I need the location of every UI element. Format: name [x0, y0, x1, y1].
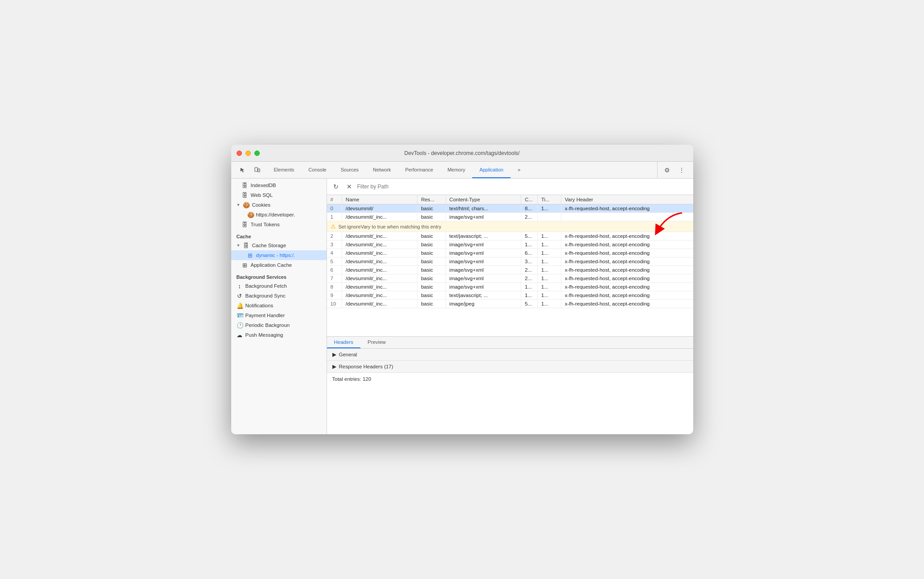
- table-row[interactable]: 8/devsummit/_inc...basicimage/svg+xml1..…: [327, 283, 693, 291]
- refresh-button[interactable]: ↻: [331, 181, 341, 192]
- table-row[interactable]: 0/devsummit/basictext/html; chars...8...…: [327, 204, 693, 213]
- entries-table: # Name Res... Content-Type C... Ti... Va…: [327, 195, 693, 308]
- table-cell: basic: [417, 232, 446, 241]
- table-cell: 0: [327, 204, 342, 213]
- table-cell: 9: [327, 291, 342, 300]
- tab-console[interactable]: Console: [301, 162, 333, 178]
- minimize-button[interactable]: [245, 151, 251, 156]
- table-row[interactable]: 9/devsummit/_inc...basictext/javascript;…: [327, 291, 693, 300]
- clear-button[interactable]: ✕: [344, 181, 355, 192]
- cache-icon: 🗄: [243, 242, 249, 249]
- sidebar-item-label: Application Cache: [251, 262, 292, 268]
- table-cell: 1...: [521, 283, 537, 291]
- sidebar-item-websql[interactable]: 🗄 Web SQL: [231, 190, 327, 200]
- main-tabs: Elements Console Sources Network Perform…: [267, 162, 657, 178]
- sidebar-item-cookies[interactable]: ▼ 🍪 Cookies: [231, 200, 327, 210]
- tab-application[interactable]: Application: [472, 162, 511, 178]
- table-row[interactable]: 3/devsummit/_inc...basicimage/svg+xml1..…: [327, 241, 693, 249]
- cookies-icon: 🍪: [247, 212, 253, 218]
- response-headers-section[interactable]: ▶ Response Headers (17): [327, 361, 693, 373]
- cursor-icon[interactable]: [237, 164, 249, 176]
- table-cell: 6: [327, 266, 342, 274]
- table-cell: image/svg+xml: [446, 249, 521, 257]
- table-row[interactable]: 5/devsummit/_inc...basicimage/svg+xml3..…: [327, 257, 693, 266]
- sidebar-item-cache-storage[interactable]: ▼ 🗄 Cache Storage: [231, 241, 327, 250]
- table-cell: basic: [417, 257, 446, 266]
- table-cell: /devsummit/_inc...: [342, 232, 417, 241]
- sidebar-item-bg-sync[interactable]: ↺ Background Sync: [231, 291, 327, 301]
- tooltip-text: Set ignoreVary to true when matching thi…: [339, 224, 442, 229]
- main-content: 🗄 IndexedDB 🗄 Web SQL ▼ 🍪 Cookies 🍪 http…: [231, 179, 693, 434]
- tab-memory[interactable]: Memory: [440, 162, 472, 178]
- sidebar-item-dynamic-cache[interactable]: ⊞ dynamic - https:/.: [231, 250, 327, 260]
- table-row[interactable]: 2/devsummit/_inc...basictext/javascript;…: [327, 232, 693, 241]
- table-cell: 1...: [521, 291, 537, 300]
- col-header-c[interactable]: C...: [521, 195, 537, 204]
- col-header-num[interactable]: #: [327, 195, 342, 204]
- sidebar-item-trust-tokens[interactable]: 🗄 Trust Tokens: [231, 220, 327, 229]
- svg-rect-1: [258, 169, 260, 172]
- cache-table: # Name Res... Content-Type C... Ti... Va…: [327, 195, 693, 336]
- col-header-ti[interactable]: Ti...: [537, 195, 561, 204]
- table-cell: /devsummit/: [342, 204, 417, 213]
- col-header-name[interactable]: Name: [342, 195, 417, 204]
- col-header-res[interactable]: Res...: [417, 195, 446, 204]
- table-cell: x-fh-requested-host, accept-encoding: [561, 300, 693, 308]
- table-cell: 1...: [537, 266, 561, 274]
- table-row[interactable]: 4/devsummit/_inc...basicimage/svg+xml6..…: [327, 249, 693, 257]
- table-cell: image/jpeg: [446, 300, 521, 308]
- table-cell: basic: [417, 213, 446, 221]
- database-icon: 🗄: [242, 182, 248, 189]
- expand-arrow-icon: ▶: [332, 351, 336, 358]
- sidebar-item-periodic-bg[interactable]: 🕐 Periodic Backgroun: [231, 320, 327, 330]
- close-button[interactable]: [237, 151, 242, 156]
- sidebar-item-label: Push Messaging: [245, 332, 283, 338]
- table-cell: [561, 213, 693, 221]
- database-icon: 🗄: [242, 192, 248, 199]
- sidebar-item-notifications[interactable]: 🔔 Notifications: [231, 301, 327, 310]
- table-cell: image/svg+xml: [446, 283, 521, 291]
- settings-icon[interactable]: ⚙: [661, 164, 674, 176]
- tab-performance[interactable]: Performance: [398, 162, 440, 178]
- sidebar-item-bg-fetch[interactable]: ↕ Background Fetch: [231, 281, 327, 291]
- table-cell: 1...: [537, 291, 561, 300]
- sidebar-item-label: Web SQL: [251, 192, 273, 198]
- more-options-icon[interactable]: ⋮: [675, 164, 688, 176]
- filter-bar: ↻ ✕: [327, 179, 693, 195]
- bottom-tab-preview[interactable]: Preview: [360, 337, 393, 348]
- table-cell: basic: [417, 274, 446, 283]
- table-row[interactable]: 7/devsummit/_inc...basicimage/svg+xml2..…: [327, 274, 693, 283]
- table-row[interactable]: 10/devsummit/_inc...basicimage/jpeg5...1…: [327, 300, 693, 308]
- table-cell: basic: [417, 283, 446, 291]
- sidebar-item-label: dynamic - https:/.: [256, 253, 295, 258]
- table-cell: x-fh-requested-host, accept-encoding: [561, 291, 693, 300]
- table-row[interactable]: 1/devsummit/_inc...basicimage/svg+xml2..…: [327, 213, 693, 221]
- sidebar-item-indexeddb[interactable]: 🗄 IndexedDB: [231, 180, 327, 190]
- sidebar-item-label: Cache Storage: [252, 243, 286, 248]
- payment-icon: 🪪: [237, 312, 243, 319]
- table-row[interactable]: 6/devsummit/_inc...basicimage/svg+xml2..…: [327, 266, 693, 274]
- tab-more[interactable]: »: [511, 162, 527, 178]
- tooltip-cell: ⚠ Set ignoreVary to true when matching t…: [327, 221, 693, 232]
- grid-icon: ⊞: [247, 252, 253, 259]
- tab-network[interactable]: Network: [366, 162, 398, 178]
- sidebar-item-push-messaging[interactable]: ☁ Push Messaging: [231, 330, 327, 340]
- table-cell: text/javascript; ...: [446, 232, 521, 241]
- sidebar-item-payment-handler[interactable]: 🪪 Payment Handler: [231, 310, 327, 320]
- sidebar-item-label: https://developer.: [256, 212, 295, 217]
- sidebar: 🗄 IndexedDB 🗄 Web SQL ▼ 🍪 Cookies 🍪 http…: [231, 179, 327, 434]
- tab-elements[interactable]: Elements: [267, 162, 302, 178]
- general-section[interactable]: ▶ General: [327, 349, 693, 361]
- cookies-icon: 🍪: [243, 202, 249, 208]
- tab-sources[interactable]: Sources: [334, 162, 366, 178]
- filter-input[interactable]: [357, 183, 690, 190]
- bottom-tab-headers[interactable]: Headers: [327, 337, 360, 348]
- expand-arrow-icon: ▼: [237, 243, 241, 248]
- col-header-ct[interactable]: Content-Type: [446, 195, 521, 204]
- col-header-vary[interactable]: Vary Header: [561, 195, 693, 204]
- table-cell: 2...: [521, 213, 537, 221]
- maximize-button[interactable]: [254, 151, 260, 156]
- device-icon[interactable]: [251, 164, 263, 176]
- sidebar-item-cookies-url[interactable]: 🍪 https://developer.: [231, 210, 327, 220]
- sidebar-item-application-cache[interactable]: ⊞ Application Cache: [231, 260, 327, 270]
